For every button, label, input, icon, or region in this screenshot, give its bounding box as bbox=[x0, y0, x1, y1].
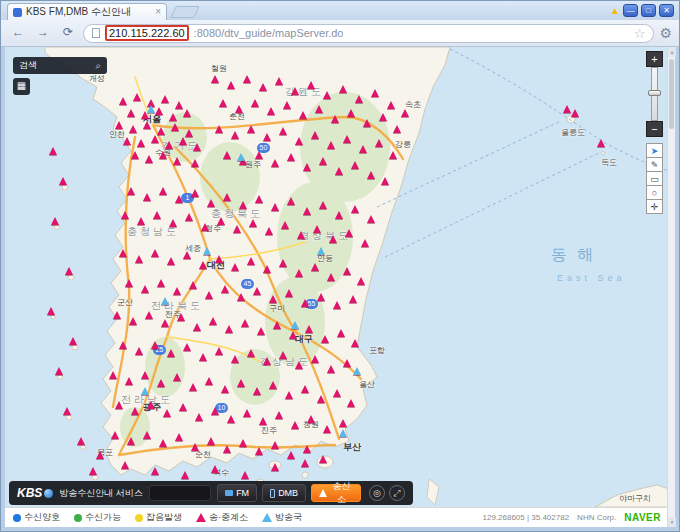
maximize-button[interactable]: □ bbox=[641, 4, 656, 17]
transmitter-marker[interactable] bbox=[223, 151, 231, 159]
transmitter-marker[interactable] bbox=[121, 461, 129, 469]
transmitter-marker[interactable] bbox=[269, 295, 277, 303]
transmitter-marker[interactable] bbox=[371, 89, 379, 97]
transmitter-marker[interactable] bbox=[189, 281, 197, 289]
zoom-slider-handle[interactable] bbox=[648, 90, 661, 96]
zoom-slider[interactable] bbox=[651, 67, 658, 121]
transmitter-marker[interactable] bbox=[319, 455, 327, 463]
transmitter-marker[interactable] bbox=[175, 195, 183, 203]
transmitter-marker[interactable] bbox=[305, 325, 313, 333]
pointer-tool[interactable]: ➤ bbox=[646, 143, 663, 158]
transmitter-marker[interactable] bbox=[303, 445, 311, 453]
transmitter-marker[interactable] bbox=[255, 195, 263, 203]
station-marker[interactable] bbox=[161, 297, 169, 305]
transmitter-marker[interactable] bbox=[143, 193, 151, 201]
transmitter-marker[interactable] bbox=[285, 289, 293, 297]
transmitter-marker[interactable] bbox=[253, 287, 261, 295]
transmitter-marker[interactable] bbox=[191, 189, 199, 197]
transmitter-marker[interactable] bbox=[343, 359, 351, 367]
transmitter-marker[interactable] bbox=[127, 437, 135, 445]
transmitter-marker[interactable] bbox=[311, 263, 319, 271]
transmitter-marker[interactable] bbox=[271, 203, 279, 211]
transmitter-marker[interactable] bbox=[151, 467, 159, 475]
transmitter-marker[interactable] bbox=[401, 109, 409, 117]
transmitter-marker[interactable] bbox=[263, 133, 271, 141]
transmitter-marker[interactable] bbox=[303, 207, 311, 215]
transmitter-marker[interactable] bbox=[327, 365, 335, 373]
transmitter-marker[interactable] bbox=[217, 217, 225, 225]
transmitter-marker[interactable] bbox=[125, 377, 133, 385]
transmitter-marker[interactable] bbox=[183, 109, 191, 117]
transmitter-marker[interactable] bbox=[301, 385, 309, 393]
transmitter-marker[interactable] bbox=[265, 227, 273, 235]
transmitter-marker[interactable] bbox=[271, 441, 279, 449]
transmitter-marker[interactable] bbox=[159, 439, 167, 447]
transmitter-marker[interactable] bbox=[239, 439, 247, 447]
transmitter-marker[interactable] bbox=[151, 135, 159, 143]
browser-tab[interactable]: KBS FM,DMB 수신안내 × bbox=[7, 3, 167, 20]
transmitter-marker[interactable] bbox=[297, 231, 305, 239]
transmitter-marker[interactable] bbox=[367, 171, 375, 179]
transmitter-marker[interactable] bbox=[137, 217, 145, 225]
transmitter-marker[interactable] bbox=[387, 101, 395, 109]
station-marker[interactable] bbox=[339, 429, 347, 437]
transmitter-marker[interactable] bbox=[145, 311, 153, 319]
transmitter-marker[interactable] bbox=[169, 113, 177, 121]
transmitter-marker[interactable] bbox=[63, 407, 71, 415]
transmitter-marker[interactable] bbox=[275, 77, 283, 85]
transmitter-marker[interactable] bbox=[255, 151, 263, 159]
rectangle-tool[interactable]: ▭ bbox=[646, 171, 663, 186]
transmitter-marker[interactable] bbox=[301, 299, 309, 307]
transmitter-marker[interactable] bbox=[273, 321, 281, 329]
station-marker[interactable] bbox=[203, 247, 211, 255]
transmitter-marker[interactable] bbox=[125, 279, 133, 287]
transmitter-marker[interactable] bbox=[199, 353, 207, 361]
transmitter-marker[interactable] bbox=[291, 421, 299, 429]
transmitter-marker[interactable] bbox=[111, 431, 119, 439]
transmitter-marker[interactable] bbox=[263, 357, 271, 365]
transmitter-marker[interactable] bbox=[269, 381, 277, 389]
transmitter-marker[interactable] bbox=[343, 135, 351, 143]
address-bar[interactable]: 210.115.222.60 :8080/dtv_guide/mapServer… bbox=[83, 24, 654, 43]
transmitter-marker[interactable] bbox=[241, 471, 249, 479]
transmitter-marker[interactable] bbox=[239, 201, 247, 209]
transmitter-marker[interactable] bbox=[121, 211, 129, 219]
transmitter-marker[interactable] bbox=[215, 125, 223, 133]
transmitter-marker[interactable] bbox=[135, 347, 143, 355]
transmitter-marker[interactable] bbox=[271, 159, 279, 167]
transmitter-marker[interactable] bbox=[167, 349, 175, 357]
transmitter-marker[interactable] bbox=[211, 407, 219, 415]
transmitter-marker[interactable] bbox=[181, 471, 189, 479]
transmitter-marker[interactable] bbox=[157, 279, 165, 287]
station-marker[interactable] bbox=[147, 105, 155, 113]
transmitter-marker[interactable] bbox=[351, 161, 359, 169]
transmitter-marker[interactable] bbox=[247, 257, 255, 265]
transmitter-marker[interactable] bbox=[255, 447, 263, 455]
transmitter-marker[interactable] bbox=[173, 287, 181, 295]
transmitter-marker[interactable] bbox=[351, 339, 359, 347]
transmitter-marker[interactable] bbox=[287, 153, 295, 161]
scroll-down-icon[interactable]: ▼ bbox=[668, 517, 676, 527]
station-marker[interactable] bbox=[237, 153, 245, 161]
zoom-out-button[interactable]: − bbox=[646, 121, 663, 137]
transmitter-marker[interactable] bbox=[231, 355, 239, 363]
transmitter-marker[interactable] bbox=[201, 223, 209, 231]
minimize-button[interactable]: — bbox=[623, 4, 638, 17]
transmitter-marker[interactable] bbox=[319, 157, 327, 165]
transmitter-marker[interactable] bbox=[153, 211, 161, 219]
transmitter-marker[interactable] bbox=[173, 157, 181, 165]
transmitter-marker[interactable] bbox=[349, 295, 357, 303]
transmitter-marker[interactable] bbox=[283, 101, 291, 109]
transmitter-marker[interactable] bbox=[175, 101, 183, 109]
transmitter-marker[interactable] bbox=[327, 273, 335, 281]
transmitter-marker[interactable] bbox=[359, 145, 367, 153]
transmitter-marker[interactable] bbox=[563, 105, 571, 113]
back-button[interactable]: ← bbox=[8, 23, 28, 43]
station-marker[interactable] bbox=[291, 321, 299, 329]
transmitter-marker[interactable] bbox=[313, 225, 321, 233]
transmitter-marker[interactable] bbox=[195, 413, 203, 421]
mode-transmitter-button[interactable]: 송신소 bbox=[311, 484, 361, 502]
search-input[interactable]: 검색 ⌕ bbox=[13, 57, 107, 74]
transmitter-marker[interactable] bbox=[96, 451, 104, 459]
station-marker[interactable] bbox=[141, 387, 149, 395]
